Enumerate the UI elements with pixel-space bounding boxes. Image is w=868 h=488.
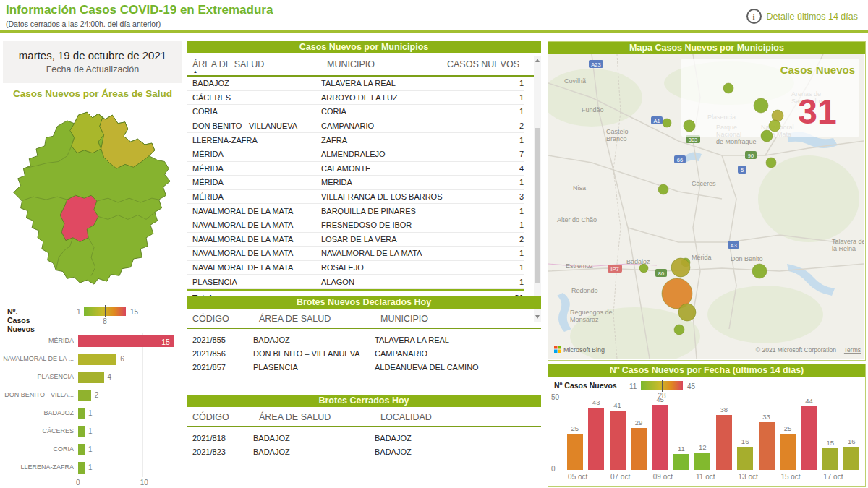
table-row[interactable]: MÉRIDAVILLAFRANCA DE LOS BARROS3 [187, 190, 524, 205]
table-row[interactable]: 2021/818BADAJOZBADAJOZ [187, 431, 541, 445]
table-row[interactable]: NAVALMORAL DE LA MATABARQUILLA DE PINARE… [187, 204, 524, 218]
col-codigo[interactable]: CÓDIGO [192, 412, 229, 422]
fecha-legend: Nº Casos Nuevos 11 28 45 [548, 377, 865, 395]
col-casos-nuevos[interactable]: CASOS NUEVOS [447, 59, 519, 69]
map-bubble[interactable] [684, 120, 695, 132]
map-place-label: Cáceres [692, 180, 716, 187]
table-row[interactable]: MÉRIDAALMENDRALEJO7 [187, 147, 524, 162]
bar[interactable] [588, 408, 604, 470]
map-place-label: Talavera dela Reina [832, 238, 864, 252]
bar[interactable] [652, 405, 668, 470]
table-row[interactable]: CORIACORIA1 [187, 105, 524, 119]
detail-link[interactable]: i Detalle últimos 14 días [746, 9, 858, 24]
bar-category-label: CÁCERES [3, 427, 74, 435]
table-row[interactable]: CÁCERESARROYO DE LA LUZ1 [187, 91, 524, 106]
table-row[interactable]: 2021/823BADAJOZBADAJOZ [187, 445, 541, 458]
table-row[interactable]: NAVALMORAL DE LA MATALOSAR DE LA VERA2 [187, 233, 524, 247]
areas-legend-min: 1 [77, 308, 81, 316]
col-area[interactable]: ÁREA DE SALUD [259, 412, 331, 422]
scrollbar-thumb[interactable] [535, 128, 540, 283]
bar[interactable] [822, 448, 838, 470]
table-row[interactable]: LLERENA-ZAFRAZAFRA1 [187, 133, 524, 147]
bar[interactable] [78, 426, 85, 437]
bar[interactable] [78, 444, 85, 455]
municipios-table-header: ÁREA DE SALUD MUNICIPIO CASOS NUEVOS ▲ [187, 53, 541, 75]
page-title: Información Casos COVID-19 en Extremadur… [6, 3, 273, 17]
table-scrollbar[interactable] [534, 56, 541, 322]
map-bubble[interactable] [663, 119, 671, 127]
scroll-up-icon[interactable] [535, 59, 540, 62]
table-row[interactable]: NAVALMORAL DE LA MATAROSALEJO1 [187, 261, 524, 275]
col-localidad[interactable]: LOCALIDAD [380, 412, 432, 422]
bar[interactable] [78, 462, 85, 474]
areas-legend-label: Nº. Casos Nuevos [7, 307, 35, 333]
col-area-de-salud[interactable]: ÁREA DE SALUD [192, 59, 264, 69]
bing-logo[interactable]: Microsoft Bing [554, 346, 605, 354]
map-bubble[interactable] [723, 83, 733, 93]
table-row[interactable]: 2021/856DON BENITO – VILLANUEVACAMPANARI… [187, 346, 541, 360]
bar[interactable] [78, 335, 174, 347]
map-bubble[interactable] [754, 98, 768, 113]
map-bubble[interactable] [658, 184, 668, 194]
map-place-label: Don Benito [731, 255, 763, 262]
bar[interactable] [78, 354, 116, 365]
table-row[interactable]: MÉRIDACALAMONTE4 [187, 162, 524, 176]
bar-value: 16 [741, 437, 749, 445]
x-axis-label: 11 oct [696, 473, 715, 481]
bar-value: 43 [592, 398, 600, 406]
table-row[interactable]: NAVALMORAL DE LA MATAFRESNEDOSO DE IBOR1 [187, 218, 524, 233]
col-municipio[interactable]: MUNICIPIO [380, 314, 428, 324]
col-area[interactable]: ÁREA DE SALUD [259, 314, 331, 324]
bar[interactable] [610, 411, 626, 470]
map-bubble[interactable] [674, 325, 684, 335]
table-row[interactable]: 2021/855BADAJOZTALAVERA LA REAL [187, 333, 541, 346]
map-bubble[interactable] [678, 304, 696, 321]
bar[interactable] [759, 422, 775, 470]
table-row[interactable]: MÉRIDAMERIDA1 [187, 176, 524, 190]
table-row[interactable]: BADAJOZTALAVERA LA REAL1 [187, 77, 524, 91]
bing-logo-label: Microsoft Bing [563, 346, 605, 354]
table-row[interactable]: 2021/857PLASENCIAALDEANUEVA DEL CAMINO [187, 360, 541, 374]
bar-value: 6 [120, 355, 124, 363]
bar[interactable] [673, 454, 689, 470]
bing-map[interactable]: A23A130366905A3IP780 CovilhãFundãoCastel… [548, 54, 864, 359]
road-badge-label: 80 [658, 270, 664, 277]
bar[interactable] [78, 372, 104, 383]
bar[interactable] [780, 434, 796, 470]
left-panel: martes, 19 de octubre de 2021 Fecha de A… [3, 33, 182, 488]
sort-ascending-icon[interactable]: ▲ [193, 69, 197, 74]
x-axis-label: 07 oct [610, 473, 630, 481]
bar-row: NAVALMORAL DE LA ...6 [3, 351, 182, 369]
bar[interactable] [78, 408, 85, 419]
table-row[interactable]: DON BENITO - VILLANUEVACAMPANARIO2 [187, 119, 524, 134]
map-terms-link[interactable]: Terms [844, 346, 861, 354]
map-region-plasencia[interactable] [70, 112, 104, 153]
bar[interactable] [567, 434, 583, 470]
table-row[interactable]: PLASENCIAALAGON1 [187, 275, 524, 289]
bar-row: LLERENA-ZAFRA1 [3, 459, 182, 477]
map-bubble[interactable] [752, 264, 767, 278]
bar[interactable] [737, 447, 753, 470]
bar-row: CORIA1 [3, 441, 182, 459]
map-bubble[interactable] [761, 130, 773, 142]
bar[interactable] [78, 390, 91, 401]
bar[interactable] [843, 447, 859, 470]
col-codigo[interactable]: CÓDIGO [192, 314, 229, 324]
map-bubble[interactable] [769, 120, 780, 132]
bing-map-panel: Mapa Casos Nuevos por Municipios [548, 41, 866, 361]
info-icon[interactable]: i [746, 9, 762, 24]
col-municipio[interactable]: MUNICIPIO [327, 59, 375, 69]
fecha-legend-gradient: 28 [641, 381, 683, 390]
bar[interactable] [694, 453, 710, 470]
table-row[interactable]: NAVALMORAL DE LA MATANAVALMORAL DE LA MA… [187, 247, 524, 261]
bar[interactable] [631, 428, 647, 470]
map-bubble[interactable] [639, 264, 648, 273]
municipios-section: Casos Nuevos por Municipios ÁREA DE SALU… [187, 41, 541, 305]
bar[interactable] [801, 406, 817, 470]
bar[interactable] [716, 415, 732, 470]
map-bubble[interactable] [766, 158, 776, 168]
map-bubble[interactable] [671, 258, 690, 277]
bar-value: 4 [108, 373, 112, 381]
map-bubble[interactable] [772, 110, 783, 121]
brotes-nuevos-header: CÓDIGO ÁREA DE SALUD MUNICIPIO [187, 309, 541, 328]
